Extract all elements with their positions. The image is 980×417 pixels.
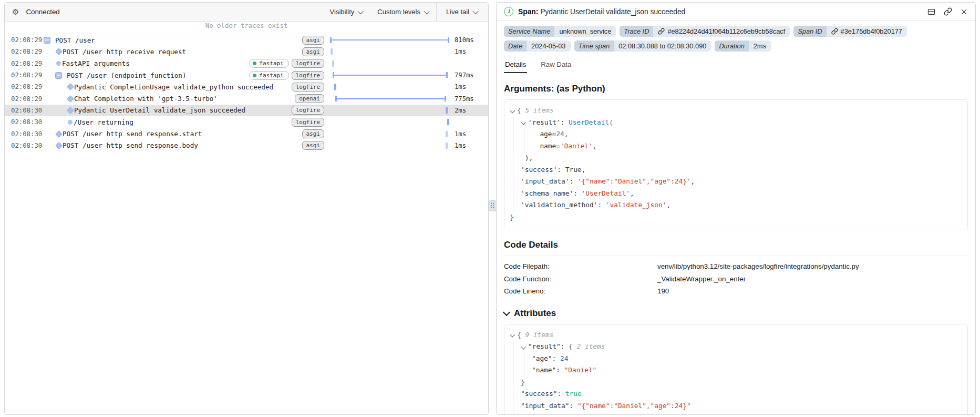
badge-duration: Duration2ms [715,40,771,52]
link-icon [658,28,665,35]
custom-levels-dropdown[interactable]: Custom levels [370,3,436,21]
span-name: POST /user http send response.body [63,141,198,149]
fastapi-tag[interactable]: fastapi [249,59,288,68]
code-detail-value: venv/lib/python3.12/site-packages/logfir… [657,260,859,273]
diamond-icon [67,95,74,103]
minus-icon[interactable] [55,72,62,79]
fastapi-tag[interactable]: fastapi [249,71,288,80]
trace-row[interactable]: 02:08:29POST /user (endpoint_function)fa… [5,69,488,81]
tag-asgi[interactable]: asgi [302,129,325,138]
live-tail-dropdown[interactable]: Live tail [436,3,488,21]
link-icon [831,28,838,35]
duration-label: 1ms [450,83,483,90]
code-detail-value: _ValidateWrapper._on_enter [657,273,746,286]
collapse-chevron-icon[interactable] [503,308,510,316]
settings-gear-icon[interactable]: ⚙ [12,7,19,17]
badge-value: 2024-05-03 [527,40,570,52]
span-name: POST /user (endpoint_function) [67,72,186,79]
panel-resize-handle[interactable] [489,200,497,211]
no-older-traces-notice: No older traces exist [5,22,488,34]
badge-label: Date [504,40,527,52]
tag-logfire[interactable]: logfire [292,59,324,68]
badge-label: Duration [715,40,748,52]
badge-label: Service Name [504,26,554,37]
span-name: Pydantic UserDetail validate_json succee… [74,106,245,114]
code-line: 'validation_method': 'validate_json', [510,199,962,211]
code-line: "result": { 2 items [510,341,962,353]
badge-value[interactable]: #e8224d24d41f064b112c6eb9cb58cacf [653,26,790,37]
tag-asgi[interactable]: asgi [302,47,325,56]
tab-raw-data[interactable]: Raw Data [540,58,572,73]
tag-logfire[interactable]: logfire [292,83,324,91]
indent-guide [510,128,521,140]
badge-service-name: Service Nameunknown_service [504,26,616,37]
span-name: POST /user http send response.start [63,130,202,138]
copy-link-icon[interactable] [944,7,952,16]
code-line: { 5 items [510,105,962,117]
trace-panel: ⚙ Connected Visibility Custom levels Liv… [4,2,489,415]
close-icon[interactable] [960,8,968,16]
trace-row[interactable]: 02:08:29POST /user http receive requesta… [5,46,488,57]
trace-timestamp: 02:08:30 [11,118,44,126]
collapse-caret-icon[interactable] [521,341,528,353]
attributes-json-block: { 9 items"result": { 2 items"age": 24"na… [504,324,968,415]
trace-row[interactable]: 02:08:29Pydantic CompletionUsage validat… [5,81,488,93]
trace-row[interactable]: 02:08:29POST /userasgi810ms [5,34,488,46]
trace-row[interactable]: 02:08:29Chat Completion with 'gpt-3.5-tu… [5,93,488,104]
indent-guide [510,400,521,412]
span-name: FastAPI arguments [62,59,130,67]
trace-row[interactable]: 02:08:30/User returninglogfire [5,116,488,128]
span-title: Span: Pydantic UserDetail validate_json … [518,8,685,16]
trace-row[interactable]: 02:08:30POST /user http send response.st… [5,128,488,139]
indent-guide [510,377,521,389]
code-line: 'success': True, [510,164,962,176]
visibility-dropdown[interactable]: Visibility [323,3,370,21]
minus-icon[interactable] [44,37,50,44]
collapse-caret-icon[interactable] [510,329,517,341]
tag-logfire[interactable]: logfire [292,71,324,80]
diamond-icon [55,130,63,137]
duration-bar [329,118,450,126]
diamond-icon [67,83,74,90]
trace-list: 02:08:29POST /userasgi810ms02:08:29POST … [5,34,488,151]
trace-timestamp: 02:08:29 [11,48,44,55]
badge-value: unknown_service [554,26,616,37]
badge-value: 02:08:30.088 to 02:08:30.090 [614,40,711,52]
duration-label: 1ms [450,142,483,149]
tag-asgi[interactable]: asgi [302,36,325,45]
code-line: } [510,211,962,223]
indent-guide [521,364,532,377]
tag-logfire[interactable]: logfire [292,118,324,127]
attributes-heading: Attributes [504,308,968,319]
badge-label: Trace ID [620,26,653,37]
badge-value[interactable]: #3e175db4f0b20177 [827,26,907,37]
span-name: POST /user http receive request [63,48,186,56]
code-line: 'input_data': '{"name":"Daniel","age":24… [510,176,962,188]
circle-icon [56,61,61,66]
tag-openai[interactable]: openai [295,94,324,103]
trace-row[interactable]: 02:08:29FastAPI argumentsfastapilogfire [5,58,488,69]
tag-asgi[interactable]: asgi [302,141,325,150]
tab-details[interactable]: Details [504,58,527,73]
code-line: 'schema_name': 'UserDetail', [510,188,962,200]
duration-label: 1ms [450,130,483,138]
dock-panel-icon[interactable] [927,7,936,16]
collapse-caret-icon[interactable] [521,117,528,129]
info-icon: i [504,7,513,16]
badge-time-span: Time span02:08:30.088 to 02:08:30.090 [574,40,711,52]
collapse-caret-icon[interactable] [510,105,517,117]
trace-timestamp: 02:08:30 [11,130,44,138]
detail-tabs: DetailsRaw Data [504,58,968,73]
tag-logfire[interactable]: logfire [292,106,324,115]
trace-row[interactable]: 02:08:30Pydantic UserDetail validate_jso… [5,105,488,116]
chevron-down-icon [472,8,478,14]
code-line: "code.lineno": 190 [510,412,962,415]
duration-label: 810ms [450,36,483,44]
arguments-heading: Arguments: (as Python) [504,84,968,94]
badge-trace-id: Trace ID#e8224d24d41f064b112c6eb9cb58cac… [620,26,790,37]
indent-guide [510,364,521,377]
duration-bar [329,106,450,115]
trace-row[interactable]: 02:08:30POST /user http send response.bo… [5,140,488,151]
duration-bar [329,83,450,91]
code-detail-value: 190 [657,285,669,298]
